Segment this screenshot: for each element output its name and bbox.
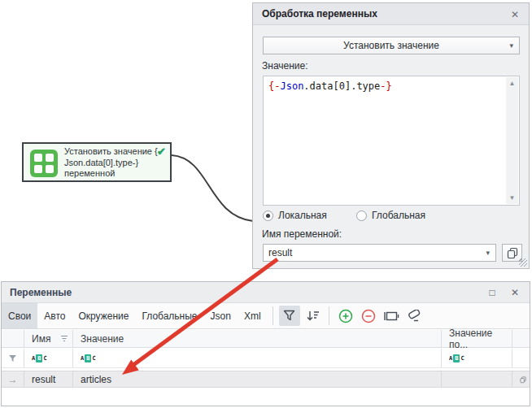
panel-resize-grip[interactable] — [519, 258, 527, 267]
toolbar-separator — [329, 306, 329, 325]
filter-indicator-cell — [2, 349, 24, 367]
column-menu-icon[interactable] — [60, 335, 68, 342]
table-row[interactable]: → result articles — [2, 371, 530, 388]
radio-local[interactable]: Локальная — [263, 210, 327, 221]
filter-name-cell[interactable]: ABC — [24, 349, 73, 367]
radio-global[interactable]: Глобальная — [356, 210, 425, 221]
node-title: Установить значение {- Json.data[0].type… — [64, 146, 164, 180]
header-value-cell[interactable]: Значение — [73, 330, 442, 347]
filter-button[interactable] — [279, 306, 300, 326]
tab-xml[interactable]: Xml — [238, 303, 268, 328]
text-filter-icon: ABC — [449, 354, 464, 362]
value-label: Значение: — [262, 60, 308, 72]
grid-filter-row: ABC ABC ABC — [2, 349, 530, 368]
tab-globalnye[interactable]: Глобальные — [135, 303, 203, 328]
action-type-dropdown[interactable]: Установить значение ▾ — [263, 37, 520, 54]
variables-titlebar: Переменные □ ✕ — [2, 282, 530, 303]
rename-box-icon — [383, 310, 399, 323]
remove-variable-button[interactable] — [358, 306, 379, 326]
header-default-cell[interactable]: Значение по... — [442, 330, 512, 347]
radio-unselected-icon — [356, 211, 367, 221]
row-default-cell[interactable] — [442, 371, 512, 387]
copy-icon — [507, 247, 518, 258]
chevron-down-icon: ▾ — [509, 37, 513, 54]
variables-title: Переменные — [10, 287, 72, 298]
variable-processing-panel: Обработка переменных ✕ Установить значен… — [252, 2, 530, 269]
variables-tabbar: Свои Авто Окружение Глобальные Json Xml — [2, 303, 530, 329]
filter-filler-cell — [512, 349, 530, 367]
variable-name-label: Имя переменной: — [262, 228, 342, 240]
tab-avto[interactable]: Авто — [37, 303, 72, 328]
set-value-action-node[interactable]: Установить значение {- Json.data[0].type… — [22, 142, 172, 182]
success-check-icon: ✔ — [157, 145, 166, 158]
add-variable-button[interactable] — [335, 306, 356, 326]
clear-variables-button[interactable] — [403, 306, 425, 326]
toolbar-separator — [273, 306, 273, 325]
panel-titlebar: Обработка переменных ✕ — [253, 3, 529, 25]
value-textarea[interactable]: {-Json.data[0].type-} ▲ ▼ — [263, 76, 520, 206]
scroll-down-icon[interactable]: ▼ — [506, 192, 518, 204]
eraser-icon — [406, 310, 421, 323]
chevron-down-icon: ▾ — [486, 245, 490, 261]
row-actions-cell — [512, 371, 530, 387]
scroll-up-icon[interactable]: ▲ — [506, 77, 518, 89]
vertical-scrollbar[interactable]: ▲ ▼ — [506, 77, 518, 204]
minus-circle-icon — [361, 309, 376, 323]
funnel-icon — [282, 309, 296, 323]
close-icon[interactable]: ✕ — [508, 7, 522, 22]
funnel-icon — [8, 354, 17, 362]
variables-panel: Переменные □ ✕ Свои Авто Окружение Глоба… — [1, 281, 530, 406]
variables-grid-icon — [30, 150, 58, 177]
close-icon[interactable]: ✕ — [507, 285, 523, 300]
tab-okruzhenie[interactable]: Окружение — [72, 303, 135, 328]
row-name-cell[interactable]: result — [24, 371, 73, 387]
text-filter-icon: ABC — [32, 354, 47, 362]
panel-title: Обработка переменных — [262, 8, 377, 20]
variable-name-combobox[interactable]: result ▾ — [263, 244, 496, 262]
tab-svoi[interactable]: Свои — [2, 303, 37, 328]
row-indicator-cell: → — [2, 371, 24, 387]
tab-json[interactable]: Json — [204, 303, 238, 328]
app-canvas: Установить значение {- Json.data[0].type… — [0, 0, 532, 408]
current-row-arrow-icon: → — [8, 374, 18, 385]
copy-icon[interactable] — [520, 374, 526, 385]
header-filler-cell — [512, 330, 530, 347]
radio-selected-icon — [263, 211, 273, 221]
header-indicator-cell — [2, 330, 24, 347]
plus-circle-icon — [338, 309, 353, 323]
grid-header-row: Имя Значение Значение по... — [2, 330, 530, 348]
variables-grid: Имя Значение Значение по... — [2, 329, 530, 406]
expression-text: {-Json.data[0].type-} — [268, 80, 392, 92]
text-filter-icon: ABC — [81, 354, 96, 362]
scope-radio-group: Локальная Глобальная — [263, 210, 520, 223]
sort-descending-icon — [305, 309, 320, 323]
sort-button[interactable] — [302, 306, 323, 326]
row-value-cell[interactable]: articles — [73, 371, 442, 387]
maximize-icon[interactable]: □ — [484, 285, 500, 300]
filter-value-cell[interactable]: ABC — [73, 349, 442, 367]
rename-variable-button[interactable] — [381, 306, 402, 326]
filter-default-cell[interactable]: ABC — [442, 349, 512, 367]
header-name-cell[interactable]: Имя — [24, 330, 73, 347]
